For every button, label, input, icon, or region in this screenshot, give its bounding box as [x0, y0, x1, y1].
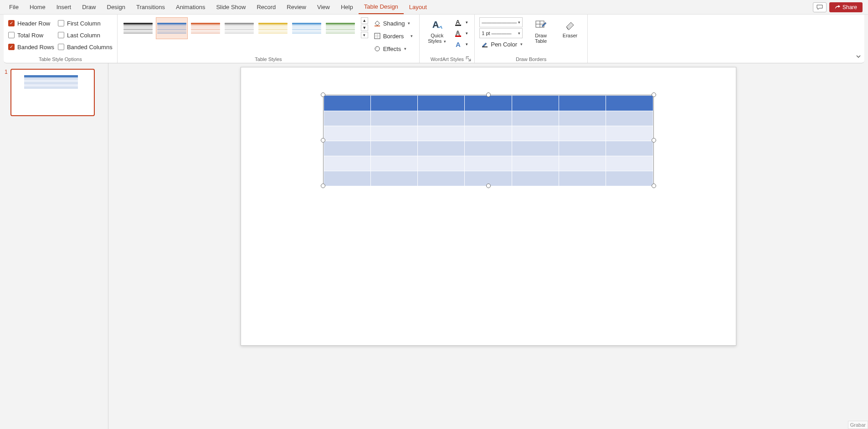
checkbox-banded-rows[interactable]: Banded Rows: [8, 41, 54, 53]
effects-icon: [374, 45, 381, 52]
label-header-row: Header Row: [17, 20, 50, 27]
tab-slideshow[interactable]: Slide Show: [211, 0, 251, 14]
svg-rect-10: [455, 36, 461, 37]
eraser-button[interactable]: Eraser: [557, 17, 583, 39]
slide-editor[interactable]: [108, 63, 868, 429]
label-last-column: Last Column: [67, 32, 100, 39]
tab-file[interactable]: File: [4, 0, 24, 14]
table-row[interactable]: [324, 141, 653, 156]
tab-review[interactable]: Review: [281, 0, 312, 14]
resize-handle-top-middle[interactable]: [486, 92, 491, 97]
borders-button[interactable]: Borders▾: [372, 30, 415, 42]
tab-table-design[interactable]: Table Design: [359, 0, 404, 14]
resize-handle-bottom-middle[interactable]: [486, 184, 491, 188]
gallery-more-button[interactable]: ▾: [361, 32, 368, 38]
text-outline-button[interactable]: A▾: [453, 28, 470, 38]
tab-help[interactable]: Help: [335, 0, 359, 14]
table-style-thumb-1[interactable]: [156, 17, 188, 39]
svg-rect-12: [482, 46, 488, 47]
slide-thumbnail-1[interactable]: [10, 69, 95, 116]
group-table-styles: ▲ ▼ ▾ Shading▾ Borders▾ Effects▾ Tabl: [118, 15, 420, 63]
tab-record[interactable]: Record: [251, 0, 281, 14]
checkbox-header-row[interactable]: Header Row: [8, 17, 54, 29]
ribbon-tab-bar: File Home Insert Draw Design Transitions…: [0, 0, 868, 15]
table-style-thumb-3[interactable]: [223, 17, 255, 39]
pen-style-combo[interactable]: ———————▾: [479, 17, 523, 27]
share-button[interactable]: Share: [829, 2, 863, 12]
resize-handle-top-left[interactable]: [321, 92, 325, 97]
table-style-thumb-0[interactable]: [122, 17, 154, 39]
collapse-ribbon-button[interactable]: [855, 53, 862, 61]
pen-color-label: Pen Color: [491, 41, 517, 48]
draw-table-icon: [534, 19, 547, 31]
eraser-label: Eraser: [563, 33, 577, 38]
label-banded-rows: Banded Rows: [17, 44, 54, 51]
gallery-scroll-up[interactable]: ▲: [361, 17, 368, 24]
tab-transitions[interactable]: Transitions: [131, 0, 170, 14]
borders-icon: [374, 32, 381, 40]
table-style-thumb-2[interactable]: [190, 17, 221, 39]
tab-animations[interactable]: Animations: [170, 0, 211, 14]
gallery-scroll-down[interactable]: ▼: [361, 25, 368, 31]
group-label-style-options: Table Style Options: [8, 56, 113, 62]
draw-table-label: Draw Table: [530, 33, 552, 44]
resize-handle-top-right[interactable]: [652, 92, 656, 97]
chevron-down-icon: [855, 53, 862, 60]
table-row[interactable]: [324, 156, 653, 171]
resize-handle-middle-right[interactable]: [652, 138, 656, 143]
checkbox-first-column[interactable]: First Column: [58, 17, 113, 29]
comments-button[interactable]: [813, 2, 827, 12]
draw-table-button[interactable]: Draw Table: [528, 17, 554, 45]
table-row[interactable]: [324, 96, 653, 111]
table-style-thumb-6[interactable]: [324, 17, 356, 39]
shading-button[interactable]: Shading▾: [372, 17, 415, 29]
shading-label: Shading: [383, 20, 405, 27]
tab-layout[interactable]: Layout: [404, 0, 432, 14]
tab-draw[interactable]: Draw: [77, 0, 101, 14]
slide-canvas[interactable]: [241, 67, 736, 346]
tab-insert[interactable]: Insert: [51, 0, 77, 14]
text-fill-button[interactable]: A▾: [453, 17, 470, 27]
group-wordart-styles: A Quick Styles ▾ A▾ A▾ A▾ WordArt Styles: [420, 15, 475, 63]
slide-thumbnail-pane[interactable]: 1: [0, 63, 108, 429]
pen-color-button[interactable]: Pen Color▾: [479, 39, 524, 49]
tab-home[interactable]: Home: [24, 0, 51, 14]
slide-table[interactable]: [324, 95, 653, 186]
table-row[interactable]: [324, 111, 653, 126]
tab-view[interactable]: View: [312, 0, 335, 14]
table-style-thumb-5[interactable]: [291, 17, 323, 39]
svg-text:A: A: [432, 20, 439, 30]
group-draw-borders: ———————▾ 1 pt ————▾ Pen Color▾ Draw Tabl…: [475, 15, 588, 63]
pen-weight-combo[interactable]: 1 pt ————▾: [479, 28, 523, 38]
group-table-style-options: Header Row Total Row Banded Rows First C…: [4, 15, 118, 63]
svg-rect-8: [455, 25, 461, 26]
table-selection-frame[interactable]: [323, 95, 654, 186]
resize-handle-bottom-right[interactable]: [652, 184, 656, 188]
label-banded-columns: Banded Columns: [67, 44, 113, 51]
checkbox-banded-columns[interactable]: Banded Columns: [58, 41, 113, 53]
quick-styles-button[interactable]: A Quick Styles ▾: [424, 17, 450, 45]
text-fill-icon: A: [454, 18, 462, 26]
table-row[interactable]: [324, 126, 653, 141]
pen-color-icon: [481, 41, 488, 48]
ribbon: Header Row Total Row Banded Rows First C…: [4, 15, 864, 63]
status-bar-record[interactable]: Grabar: [848, 421, 868, 429]
comment-icon: [817, 5, 823, 10]
eraser-icon: [564, 19, 576, 31]
tab-design[interactable]: Design: [102, 0, 131, 14]
text-effects-icon: A: [454, 40, 462, 48]
svg-point-5: [375, 47, 377, 49]
wordart-dialog-launcher[interactable]: [465, 56, 472, 62]
svg-text:A: A: [456, 30, 460, 36]
group-label-wordart: WordArt Styles: [424, 56, 470, 62]
checkbox-total-row[interactable]: Total Row: [8, 29, 54, 41]
text-effects-button[interactable]: A▾: [453, 39, 470, 49]
effects-button[interactable]: Effects▾: [372, 43, 415, 55]
svg-text:A: A: [456, 19, 460, 26]
resize-handle-bottom-left[interactable]: [321, 184, 325, 188]
share-label: Share: [842, 4, 857, 10]
table-style-thumb-4[interactable]: [257, 17, 289, 39]
checkbox-last-column[interactable]: Last Column: [58, 29, 113, 41]
quick-styles-label: Quick Styles: [428, 33, 443, 44]
resize-handle-middle-left[interactable]: [321, 138, 325, 143]
